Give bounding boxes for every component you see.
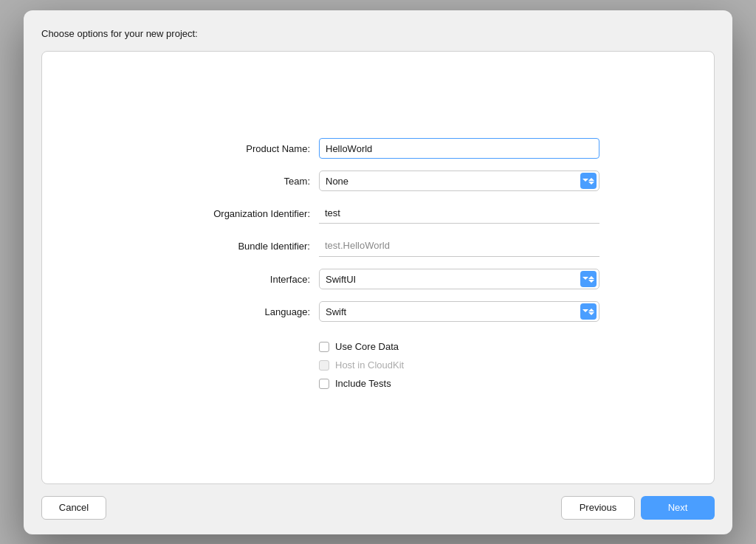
interface-control: SwiftUI Storyboard <box>319 269 599 289</box>
team-control: None Add an Account... <box>319 171 599 191</box>
host-in-cloudkit-checkbox[interactable] <box>319 360 329 371</box>
org-identifier-input[interactable] <box>319 203 599 224</box>
nav-buttons: Previous Next <box>561 496 715 520</box>
org-identifier-row: Organization Identifier: <box>157 203 599 224</box>
product-name-row: Product Name: <box>157 138 599 159</box>
interface-select[interactable]: SwiftUI Storyboard <box>319 269 599 289</box>
use-core-data-checkbox[interactable] <box>319 342 329 352</box>
org-identifier-label: Organization Identifier: <box>157 208 319 219</box>
host-in-cloudkit-label: Host in CloudKit <box>335 359 404 371</box>
include-tests-checkbox[interactable] <box>319 379 329 389</box>
team-label: Team: <box>157 176 319 187</box>
team-row: Team: None Add an Account... <box>157 171 599 191</box>
content-area: Product Name: Team: None Add an Account.… <box>41 51 715 484</box>
interface-row: Interface: SwiftUI Storyboard <box>157 269 599 289</box>
use-core-data-group: Use Core Data <box>319 341 399 352</box>
dialog-title: Choose options for your new project: <box>41 28 715 39</box>
org-identifier-control <box>319 203 599 224</box>
product-name-input[interactable] <box>319 138 599 159</box>
use-core-data-label: Use Core Data <box>335 341 399 352</box>
language-control: Swift Objective-C <box>319 301 599 322</box>
language-label: Language: <box>157 306 319 317</box>
team-select[interactable]: None Add an Account... <box>319 171 599 191</box>
bundle-identifier-label: Bundle Identifier: <box>157 241 319 252</box>
previous-button[interactable]: Previous <box>561 496 635 520</box>
bundle-identifier-value: test.HelloWorld <box>319 235 599 257</box>
form-container: Product Name: Team: None Add an Account.… <box>127 123 629 411</box>
footer: Cancel Previous Next <box>41 496 715 520</box>
cancel-button[interactable]: Cancel <box>41 496 106 520</box>
bundle-identifier-row: Bundle Identifier: test.HelloWorld <box>157 235 599 257</box>
host-in-cloudkit-group: Host in CloudKit <box>319 359 404 371</box>
product-name-label: Product Name: <box>157 143 319 154</box>
include-tests-group: Include Tests <box>319 378 391 389</box>
use-core-data-row: Use Core Data <box>157 341 599 352</box>
language-select[interactable]: Swift Objective-C <box>319 301 599 322</box>
host-in-cloudkit-row: Host in CloudKit <box>157 359 599 371</box>
dialog: Choose options for your new project: Pro… <box>24 10 732 534</box>
include-tests-row: Include Tests <box>157 378 599 389</box>
product-name-control <box>319 138 599 159</box>
interface-label: Interface: <box>157 274 319 285</box>
include-tests-label: Include Tests <box>335 378 391 389</box>
next-button[interactable]: Next <box>641 496 715 520</box>
bundle-identifier-control: test.HelloWorld <box>319 235 599 257</box>
language-row: Language: Swift Objective-C <box>157 301 599 322</box>
